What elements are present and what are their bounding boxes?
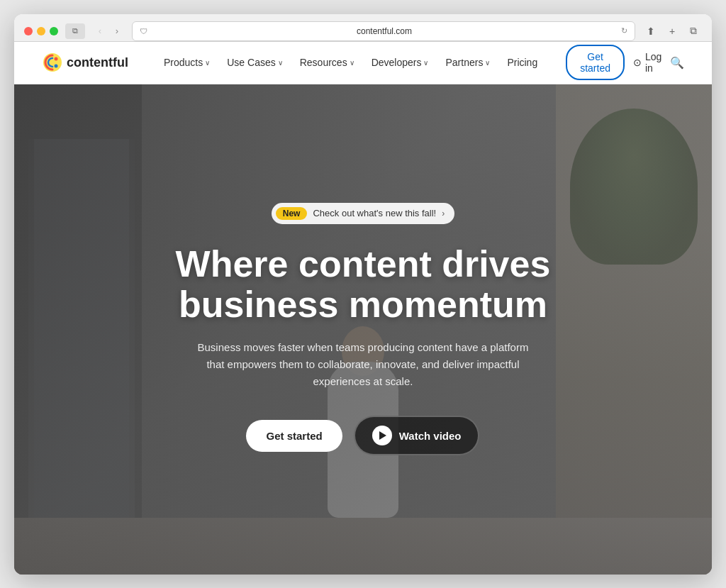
svg-point-1 [55, 57, 58, 61]
hero-content: New Check out what's new this fall! › Wh… [162, 203, 565, 455]
website: contentful Products ∨ Use Cases ∨ Resour… [14, 42, 712, 575]
browser-actions: ⬆ + ⧉ [642, 23, 702, 40]
logo-link[interactable]: contentful [43, 52, 128, 72]
url-text: contentful.com [152, 26, 617, 36]
logo-icon [43, 52, 62, 72]
refresh-icon[interactable]: ↻ [621, 26, 627, 35]
close-button[interactable] [24, 27, 33, 35]
hero-subtext: Business moves faster when teams produci… [193, 339, 533, 390]
badge-chevron-icon: › [442, 209, 445, 218]
browser-top-bar: ⧉ ‹ › 🛡 contentful.com ↻ ⬆ + ⧉ [24, 21, 702, 41]
new-badge[interactable]: New Check out what's new this fall! › [272, 203, 454, 224]
nav-links: Products ∨ Use Cases ∨ Resources ∨ Devel… [157, 52, 544, 72]
badge-text: Check out what's new this fall! [313, 208, 436, 218]
address-bar[interactable]: 🛡 contentful.com ↻ [132, 21, 635, 41]
tab-switcher-icon: ⧉ [72, 26, 78, 35]
browser-chrome: ⧉ ‹ › 🛡 contentful.com ↻ ⬆ + ⧉ [14, 14, 712, 42]
new-tag: New [276, 207, 308, 220]
developers-chevron-icon: ∨ [423, 59, 428, 67]
tab-switcher-button[interactable]: ⧉ [65, 23, 85, 39]
nav-developers[interactable]: Developers ∨ [364, 52, 436, 72]
maximize-button[interactable] [50, 27, 58, 35]
hero-headline: Where content drives business momentum [176, 244, 551, 325]
address-bar-container: 🛡 contentful.com ↻ [132, 21, 635, 41]
nav-pricing[interactable]: Pricing [500, 52, 544, 72]
nav-use-cases[interactable]: Use Cases ∨ [220, 52, 289, 72]
nav-partners[interactable]: Partners ∨ [438, 52, 497, 72]
partners-chevron-icon: ∨ [485, 59, 490, 67]
login-icon: ⊙ [633, 57, 642, 68]
products-chevron-icon: ∨ [205, 59, 210, 67]
hero-cta-row: Get started Watch video [176, 416, 551, 455]
svg-point-2 [55, 65, 58, 68]
play-icon [372, 426, 392, 445]
tabs-button[interactable]: ⧉ [685, 23, 702, 40]
play-triangle-icon [379, 431, 386, 440]
share-button[interactable]: ⬆ [642, 23, 659, 40]
nav-login-button[interactable]: ⊙ Log in [633, 51, 661, 74]
nav-actions: Get started ⊙ Log in 🔍 [566, 45, 684, 80]
use-cases-chevron-icon: ∨ [278, 59, 283, 67]
traffic-lights [24, 27, 58, 35]
new-badge-row: New Check out what's new this fall! › [176, 203, 551, 224]
hero-watch-video-button[interactable]: Watch video [354, 416, 480, 455]
back-button[interactable]: ‹ [92, 23, 108, 39]
hero-section: New Check out what's new this fall! › Wh… [14, 84, 712, 575]
hero-get-started-button[interactable]: Get started [246, 420, 342, 452]
new-tab-button[interactable]: + [664, 23, 681, 40]
security-shield-icon: 🛡 [140, 27, 147, 35]
forward-button[interactable]: › [109, 23, 125, 39]
browser-window: ⧉ ‹ › 🛡 contentful.com ↻ ⬆ + ⧉ [14, 14, 712, 575]
minimize-button[interactable] [37, 27, 45, 35]
resources-chevron-icon: ∨ [350, 59, 354, 67]
nav-get-started-button[interactable]: Get started [566, 45, 625, 80]
site-nav: contentful Products ∨ Use Cases ∨ Resour… [14, 42, 712, 84]
search-button[interactable]: 🔍 [670, 56, 684, 70]
logo-text: contentful [67, 55, 128, 70]
nav-resources[interactable]: Resources ∨ [293, 52, 362, 72]
nav-arrows: ‹ › [92, 23, 125, 39]
nav-products[interactable]: Products ∨ [157, 52, 217, 72]
